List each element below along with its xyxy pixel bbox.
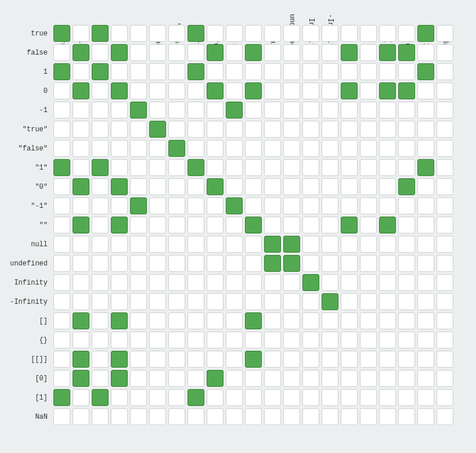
- matrix-cell: [320, 369, 340, 388]
- matrix-cell: [205, 24, 225, 43]
- cell-false: [341, 121, 358, 138]
- cell-false: [417, 332, 434, 348]
- cell-false: [226, 63, 243, 80]
- cell-false: [379, 389, 396, 406]
- matrix-cell: [110, 215, 129, 235]
- cell-true: [417, 159, 434, 176]
- matrix-cell: [148, 311, 167, 330]
- matrix-cell: [148, 235, 167, 254]
- cell-false: [341, 159, 358, 176]
- cell-true: [111, 217, 128, 233]
- cell-false: [417, 140, 434, 157]
- cell-true: [92, 389, 109, 406]
- matrix-cell: [71, 273, 91, 292]
- cell-false: [53, 293, 70, 310]
- cell-false: [264, 140, 281, 157]
- matrix-cell: [167, 330, 186, 350]
- cell-false: [283, 25, 300, 42]
- matrix-cell: [110, 235, 129, 254]
- matrix-cell: [378, 388, 397, 407]
- cell-true: [168, 140, 185, 157]
- cell-false: [245, 408, 262, 425]
- matrix-cell: [225, 196, 244, 215]
- matrix-cell: [186, 292, 205, 311]
- matrix-cell: [148, 273, 167, 292]
- cell-false: [322, 217, 338, 233]
- matrix-cell: [244, 407, 263, 426]
- cell-true: [53, 159, 70, 176]
- row-header: "0": [6, 177, 52, 196]
- cell-false: [187, 370, 204, 387]
- matrix-cell: [186, 81, 205, 100]
- cell-false: [322, 159, 338, 176]
- cell-false: [130, 370, 147, 387]
- matrix-cell: [301, 196, 320, 215]
- matrix-cell: [301, 235, 320, 254]
- matrix-cell: [52, 120, 71, 139]
- matrix-cell: [205, 196, 225, 215]
- row-header: NaN: [6, 407, 52, 426]
- cell-false: [322, 197, 338, 214]
- matrix-cell: [167, 196, 186, 215]
- matrix-cell: [110, 388, 129, 407]
- cell-false: [360, 63, 377, 80]
- cell-false: [283, 293, 300, 310]
- matrix-cell: [301, 350, 320, 369]
- cell-false: [417, 274, 434, 291]
- cell-false: [283, 140, 300, 157]
- cell-true: [92, 25, 109, 42]
- matrix-cell: [282, 235, 301, 254]
- cell-false: [322, 351, 338, 368]
- cell-false: [437, 217, 453, 233]
- cell-false: [149, 140, 166, 157]
- cell-false: [168, 63, 185, 80]
- cell-false: [207, 389, 223, 406]
- matrix-cell: [52, 196, 71, 215]
- cell-false: [322, 25, 338, 42]
- matrix-cell: [435, 196, 455, 215]
- cell-false: [92, 312, 109, 329]
- cell-false: [92, 82, 109, 99]
- cell-false: [360, 140, 377, 157]
- cell-false: [130, 121, 147, 138]
- cell-false: [283, 121, 300, 138]
- cell-false: [437, 255, 453, 272]
- cell-false: [360, 351, 377, 368]
- matrix-cell: [282, 81, 301, 100]
- cell-false: [437, 140, 453, 157]
- matrix-cell: [435, 215, 455, 235]
- cell-false: [360, 25, 377, 42]
- matrix-cell: [397, 311, 416, 330]
- matrix-cell: [148, 196, 167, 215]
- matrix-cell: [110, 369, 129, 388]
- cell-false: [398, 197, 415, 214]
- cell-false: [207, 351, 223, 368]
- matrix-cell: [301, 43, 320, 62]
- matrix-cell: [359, 407, 378, 426]
- cell-false: [73, 140, 89, 157]
- matrix-cell: [71, 81, 91, 100]
- matrix-cell: [340, 254, 359, 273]
- cell-false: [53, 82, 70, 99]
- cell-false: [379, 332, 396, 348]
- cell-false: [149, 217, 166, 233]
- matrix-cell: [359, 139, 378, 158]
- matrix-cell: [435, 62, 455, 81]
- row-header: [0]: [6, 369, 52, 388]
- matrix-cell: [186, 254, 205, 273]
- matrix-cell: [282, 369, 301, 388]
- matrix-cell: [167, 254, 186, 273]
- cell-false: [207, 332, 223, 348]
- cell-false: [322, 389, 338, 406]
- matrix-cell: [148, 388, 167, 407]
- matrix-cell: [416, 369, 435, 388]
- matrix-cell: [167, 369, 186, 388]
- cell-false: [398, 332, 415, 348]
- cell-false: [322, 44, 338, 61]
- matrix-cell: [263, 273, 282, 292]
- matrix-cell: [378, 177, 397, 196]
- cell-false: [111, 293, 128, 310]
- matrix-cell: [435, 311, 455, 330]
- matrix-cell: [301, 139, 320, 158]
- row-header: "1": [6, 158, 52, 177]
